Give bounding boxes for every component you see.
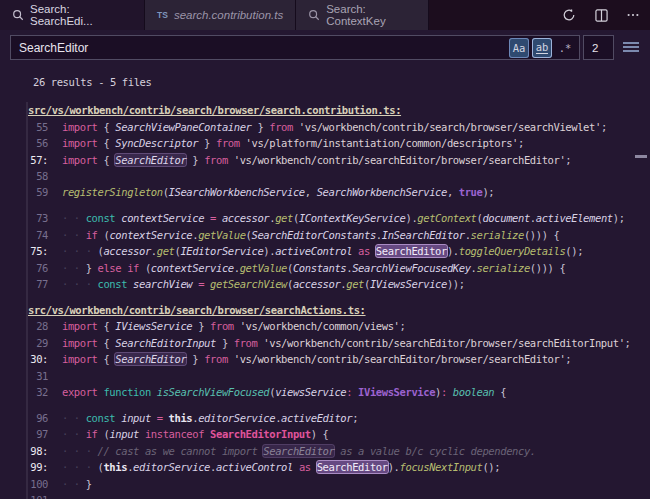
code-text: import { SearchEditorInput } from 'vs/wo… [62, 335, 630, 351]
token: IContextKeyService [299, 212, 406, 224]
token: 'vs/workbench/contrib/searchEditor/brows… [257, 337, 624, 349]
code-line[interactable]: 100· · } [0, 476, 650, 492]
code-text: import { SyncDescriptor } from 'vs/platf… [62, 135, 524, 151]
code-line[interactable]: 73· · const contextService = accessor.ge… [0, 210, 650, 226]
token: ())) { [530, 262, 566, 274]
code-text: · · · (accessor.get(IEditorService).acti… [62, 243, 583, 259]
line-number: 29 [0, 335, 48, 351]
line-number: 96 [0, 410, 48, 426]
result-block: src/vs/workbench/contrib/search/browser/… [0, 302, 650, 400]
code-line[interactable]: 76· · } else if (contextService.getValue… [0, 260, 650, 276]
code-line[interactable]: 29import { SearchEditorInput } from 'vs/… [0, 335, 650, 351]
search-editor-window: Search: SearchEdi... TS search.contribut… [0, 0, 650, 499]
token: · · [62, 229, 86, 241]
code-line[interactable]: 56import { SyncDescriptor } from 'vs/pla… [0, 135, 650, 151]
token: Constants [293, 262, 346, 274]
token: } [252, 121, 270, 133]
code-line[interactable]: 28import { IViewsService } from 'vs/work… [0, 318, 650, 334]
search-input[interactable] [11, 41, 509, 55]
match-highlight: SearchEditor [376, 245, 447, 257]
token: input [109, 428, 139, 440]
context-lines-input[interactable] [584, 36, 613, 59]
code-line[interactable]: 31 [0, 368, 650, 384]
tab-bar-empty-space [429, 0, 650, 30]
code-text: · · · const searchView = getSearchView(a… [62, 276, 465, 292]
match-highlight: SearchEditor [115, 154, 186, 166]
regex-toggle[interactable]: .* [555, 38, 575, 58]
search-query-box: Aa ab .* [10, 35, 580, 60]
token: { [98, 121, 116, 133]
code-line[interactable]: 97· · if (input instanceof SearchEditorI… [0, 426, 650, 442]
line-number: 100 [0, 476, 48, 492]
token: if [127, 262, 139, 274]
code-line[interactable]: 58 [0, 168, 650, 184]
tab-search-searcheditor[interactable]: Search: SearchEdi... [0, 0, 145, 30]
token: registerSingleton [62, 186, 163, 198]
tab-search-contextkey[interactable]: Search: ContextKey [296, 0, 429, 30]
line-number: 97 [0, 426, 48, 442]
token: ). [405, 212, 417, 224]
match-highlight: SearchEditor [115, 353, 186, 365]
code-line[interactable]: 30:import { SearchEditor } from 'vs/work… [0, 351, 650, 367]
match-highlight: SearchEditor [263, 445, 334, 457]
code-line[interactable]: 98:· · · // cast as we cannot import Sea… [0, 443, 650, 459]
token: (); [565, 245, 583, 257]
match-case-toggle[interactable]: Aa [509, 38, 529, 58]
code-line[interactable]: 32export function isSearchViewFocused(vi… [0, 384, 650, 400]
token: SearchEditorInput [210, 428, 311, 440]
token: from [269, 121, 293, 133]
token: activeEditor [281, 412, 352, 424]
code-line[interactable]: 96· · const input = this.editorService.a… [0, 410, 650, 426]
search-icon [12, 9, 24, 21]
code-line[interactable]: 99:· · · (this.editorService.activeContr… [0, 459, 650, 475]
code-text: · · const contextService = accessor.get(… [62, 210, 625, 226]
token: import [62, 353, 98, 365]
results-code: src/vs/workbench/contrib/search/browser/… [0, 102, 650, 499]
token: import [62, 337, 98, 349]
split-editor-icon[interactable] [590, 4, 612, 26]
token: } [86, 478, 92, 490]
token: export [62, 386, 98, 398]
code-line[interactable]: 57:import { SearchEditor } from 'vs/work… [0, 152, 650, 168]
line-number: 57: [0, 152, 48, 168]
token: const [86, 412, 116, 424]
scrollbar-thumb[interactable] [635, 155, 647, 158]
token: accessor [103, 245, 150, 257]
code-line[interactable]: 75:· · · (accessor.get(IEditorService).a… [0, 243, 650, 259]
token: ( [98, 229, 110, 241]
token: accessor [216, 212, 269, 224]
refresh-icon[interactable] [558, 4, 580, 26]
token: from [234, 337, 258, 349]
file-header-link[interactable]: src/vs/workbench/contrib/search/browser/… [28, 102, 401, 118]
token: editorService [133, 461, 210, 473]
token: getValue [240, 262, 287, 274]
gutter-divider [26, 102, 28, 499]
token: focusNextInput [400, 461, 483, 473]
whole-word-toggle[interactable]: ab [532, 38, 552, 58]
code-line[interactable]: 59registerSingleton(ISearchWorkbenchServ… [0, 184, 650, 200]
more-actions-icon[interactable] [622, 4, 644, 26]
code-line[interactable]: 77· · · const searchView = getSearchView… [0, 276, 650, 292]
token: serialize [471, 229, 524, 241]
token: // cast as we cannot import [98, 445, 264, 457]
token: serialize [477, 262, 530, 274]
token: , [447, 186, 459, 198]
tab-search-contribution[interactable]: TS search.contribution.ts [145, 0, 296, 30]
code-line[interactable]: 101 [0, 492, 650, 499]
toggle-search-details-icon[interactable] [622, 39, 640, 55]
token: contextService [109, 229, 192, 241]
code-line[interactable]: 55import { SearchViewPaneContainer } fro… [0, 119, 650, 135]
file-header-link[interactable]: src/vs/workbench/contrib/search/browser/… [28, 302, 366, 318]
code-text: import { SearchViewPaneContainer } from … [62, 119, 607, 135]
token: ). [388, 461, 400, 473]
code-text: export function isSearchViewFocused(view… [62, 384, 506, 400]
token: · · [62, 428, 86, 440]
code-line[interactable]: 74· · if (contextService.getValue(Search… [0, 227, 650, 243]
token: (); [482, 461, 500, 473]
token: 'vs/workbench/contrib/searchEditor/brows… [228, 154, 566, 166]
result-block: 96· · const input = this.editorService.a… [0, 410, 650, 499]
token: · · [62, 212, 86, 224]
token: ; [352, 412, 358, 424]
token [370, 245, 376, 257]
code-text: import { SearchEditor } from 'vs/workben… [62, 152, 571, 168]
